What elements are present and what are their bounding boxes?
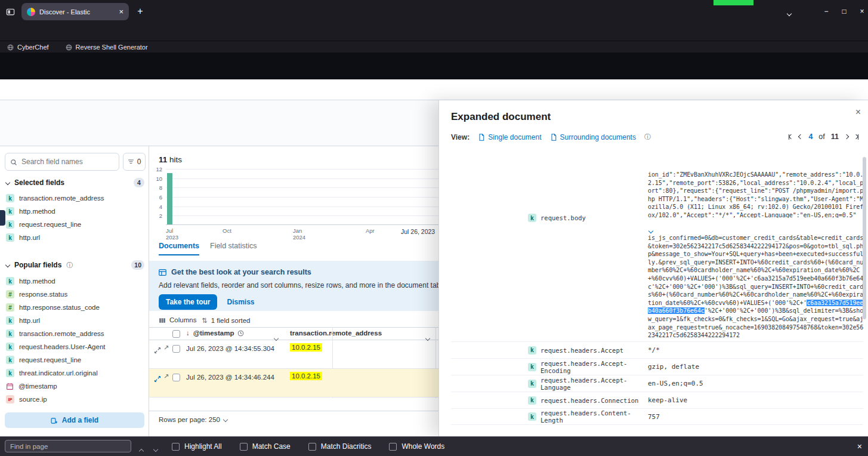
rows-per-page-button[interactable]: Rows per page: 250 (159, 416, 227, 423)
field-name: request.request_line (19, 221, 81, 228)
option-label: Whole Words (401, 442, 444, 451)
checkbox[interactable] (308, 443, 316, 451)
column-label: transaction.remote_address (290, 329, 382, 337)
last-document-icon[interactable] (854, 134, 858, 140)
field-item[interactable]: ktransaction.remote_address (0, 192, 149, 205)
bookmark-cyberchef[interactable]: CyberChef (7, 43, 49, 51)
field-name: request.headers.Accept-Encoding (540, 360, 648, 374)
document-field-row[interactable]: krequest.headers.Accept-Encoding gzip, d… (451, 358, 863, 375)
field-item[interactable]: IPsource.ip (0, 393, 149, 406)
chart-x-tick-label: Oct (223, 227, 231, 234)
field-name-wrap: krequest.headers.Content-Length (528, 409, 648, 424)
collapsed-panel-handle[interactable] (0, 210, 5, 226)
find-bar: Highlight All Match Case Match Diacritic… (0, 436, 868, 456)
sort-desc-icon: ↓ (186, 329, 190, 337)
tab-list-dropdown-icon[interactable] (784, 8, 795, 19)
browser-tab[interactable]: Discover - Elastic × (21, 3, 129, 20)
field-name-request-body[interactable]: k request.body (528, 214, 586, 222)
close-flyout-icon[interactable]: × (855, 107, 861, 117)
match-diacritics-option[interactable]: Match Diacritics (308, 442, 372, 451)
field-name: threat.indicator.url.original (19, 369, 98, 377)
whole-words-option[interactable]: Whole Words (389, 442, 444, 451)
open-row-details-icon[interactable]: ↗ (163, 372, 169, 380)
new-tab-button[interactable]: + (134, 5, 147, 18)
window-minimize-button[interactable]: − (821, 6, 832, 17)
sorted-fields-button[interactable]: ⇅ 1 field sorted (202, 316, 251, 325)
checkbox[interactable] (172, 443, 180, 451)
next-document-icon[interactable] (845, 135, 848, 138)
field-item[interactable]: krequest.request_line (0, 218, 149, 231)
field-item[interactable]: khttp.method (0, 275, 149, 288)
field-item[interactable]: khttp.url (0, 231, 149, 244)
row-checkbox[interactable] (172, 374, 180, 381)
keyword-field-icon: k (528, 214, 536, 222)
option-label: Highlight All (184, 442, 222, 451)
document-field-row[interactable]: krequest.headers.Connection keep-alive (451, 392, 863, 408)
selected-fields-header[interactable]: Selected fields 4 (6, 178, 144, 187)
document-field-row[interactable]: krequest.headers.Accept-Language en-US,e… (451, 375, 863, 392)
document-field-row[interactable]: krequest.headers.Accept */* (451, 341, 863, 358)
field-item[interactable]: #http.response.status_code (0, 301, 149, 314)
chart-y-axis: 12108642 (149, 169, 165, 225)
select-all-checkbox[interactable] (172, 330, 180, 338)
checkbox[interactable] (240, 443, 248, 451)
previous-document-icon[interactable] (799, 135, 802, 138)
take-tour-button[interactable]: Take the tour (159, 294, 217, 310)
field-item[interactable]: kthreat.indicator.url.original (0, 366, 149, 380)
field-item[interactable]: krequest.headers.User-Agent (0, 340, 149, 353)
field-name: http.method (19, 208, 55, 215)
expand-document-icon[interactable] (154, 344, 161, 355)
document-field-row[interactable]: krequest.headers.Content-Length 757 (451, 408, 863, 425)
field-item[interactable]: khttp.url (0, 314, 149, 327)
open-row-details-icon[interactable]: ↗ (163, 344, 169, 352)
columns-button[interactable]: Columns (159, 316, 196, 324)
histogram-bar[interactable] (167, 173, 172, 224)
checkbox[interactable] (389, 443, 397, 451)
column-header-timestamp[interactable]: ↓ @timestamp (186, 329, 282, 337)
cell-timestamp: Jul 26, 2023 @ 14:34:55.304 (186, 345, 274, 352)
window-close-button[interactable]: × (857, 6, 867, 17)
popular-fields-header[interactable]: Popular fields ⓘ 10 (6, 260, 144, 270)
link-label: Single document (488, 133, 541, 141)
keyword-field-icon: k (528, 346, 536, 355)
field-value: en-US,en;q=0.5 (648, 380, 703, 387)
match-case-option[interactable]: Match Case (240, 442, 291, 451)
close-findbar-icon[interactable]: × (857, 442, 862, 451)
dismiss-button[interactable]: Dismiss (227, 298, 254, 306)
field-item[interactable]: krequest.request_line (0, 353, 149, 366)
tab-field-statistics[interactable]: Field statistics (210, 242, 257, 250)
field-search-box[interactable] (5, 153, 119, 171)
column-header-remote-address[interactable]: transaction.remote_address (290, 329, 382, 337)
search-icon (10, 156, 17, 167)
popular-fields-list: khttp.method #response.status #http.resp… (0, 275, 149, 406)
field-name: request.headers.Content-Length (540, 409, 648, 424)
field-item[interactable]: khttp.method (0, 205, 149, 218)
single-document-link[interactable]: Single document (478, 133, 541, 141)
flyout-scrollbar[interactable] (863, 157, 866, 319)
tab-documents[interactable]: Documents (159, 242, 199, 255)
field-name: request.headers.Accept-Language (540, 377, 648, 391)
add-field-button[interactable]: Add a field (5, 412, 144, 428)
field-item[interactable]: @timestamp (0, 380, 149, 393)
column-label: @timestamp (193, 329, 234, 337)
first-document-icon[interactable] (789, 134, 793, 140)
info-icon[interactable]: ⓘ (644, 133, 651, 141)
highlight-all-option[interactable]: Highlight All (172, 442, 222, 451)
find-input[interactable] (5, 440, 131, 452)
bookmark-reverse-shell-generator[interactable]: Reverse Shell Generator (66, 43, 148, 51)
field-type-filter-button[interactable]: 0 (123, 153, 146, 171)
info-icon[interactable]: ⓘ (66, 261, 73, 270)
expand-document-icon[interactable] (154, 373, 161, 384)
field-search-input[interactable] (21, 158, 114, 166)
find-previous-icon[interactable] (140, 445, 143, 455)
field-value: gzip, deflate (648, 363, 699, 371)
surrounding-documents-link[interactable]: Surrounding documents (550, 133, 636, 141)
field-item[interactable]: ktransaction.remote_address (0, 327, 149, 340)
window-maximize-button[interactable]: □ (839, 6, 850, 17)
firefox-view-icon[interactable] (6, 7, 15, 17)
find-next-icon[interactable] (154, 443, 157, 454)
columns-label: Columns (169, 316, 196, 323)
row-checkbox[interactable] (172, 345, 180, 353)
tab-close-icon[interactable]: × (119, 8, 123, 16)
field-item[interactable]: #response.status (0, 288, 149, 301)
